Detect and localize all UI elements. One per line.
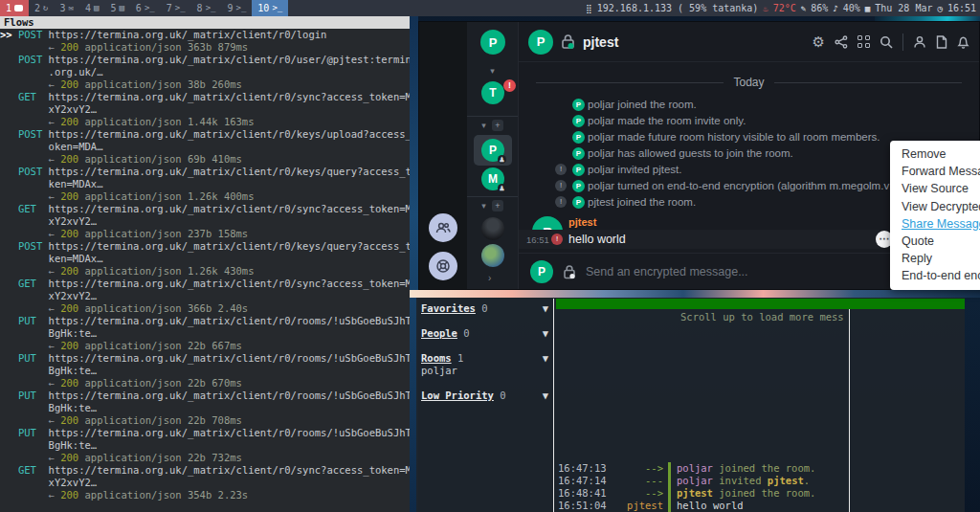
room-avatar-image-2[interactable] bbox=[481, 244, 504, 267]
menu-item-remove[interactable]: Remove bbox=[890, 145, 980, 163]
people-button[interactable] bbox=[429, 213, 457, 242]
section-count: 0 bbox=[476, 302, 488, 314]
files-icon[interactable] bbox=[936, 35, 947, 49]
response-arrow: ← bbox=[0, 190, 60, 202]
notifications-bell-icon[interactable] bbox=[957, 35, 969, 49]
members-icon[interactable] bbox=[913, 35, 926, 49]
workspace-4[interactable]: 4▤ bbox=[79, 0, 104, 16]
workspace-7[interactable]: 7>_ bbox=[161, 0, 191, 16]
response-arrow: ← bbox=[0, 153, 60, 165]
flow-row[interactable]: POST https://termina.org.uk/_matrix/clie… bbox=[0, 54, 410, 91]
flow-row[interactable]: PUT https://termina.org.uk/_matrix/clien… bbox=[0, 352, 410, 390]
share-icon[interactable] bbox=[835, 35, 848, 49]
response-arrow: ← bbox=[0, 41, 60, 53]
flow-row[interactable]: GET https://termina.org.uk/_matrix/clien… bbox=[0, 91, 410, 128]
workspace-2[interactable]: 2↻ bbox=[29, 0, 54, 16]
collapse-triangle-icon[interactable]: ▼ bbox=[543, 327, 548, 340]
collapse-triangle-icon[interactable]: ▼ bbox=[543, 302, 548, 315]
chevron-down-icon[interactable]: ▾ bbox=[481, 201, 486, 211]
chevron-right-icon[interactable]: › bbox=[488, 273, 491, 283]
terminal-icon: >_ bbox=[272, 4, 282, 12]
user-avatar[interactable]: P bbox=[480, 30, 505, 55]
roster-section-favorites[interactable]: Favorites 0▼ bbox=[421, 302, 540, 315]
settings-gear-icon[interactable]: ⚙ bbox=[813, 33, 825, 51]
flow-row[interactable]: POST https://termina.org.uk/_matrix/clie… bbox=[0, 166, 410, 203]
chevron-down-icon[interactable]: ▾ bbox=[490, 66, 495, 76]
flow-row[interactable]: PUT https://termina.org.uk/_matrix/clien… bbox=[0, 427, 410, 464]
response-status: 200 bbox=[60, 340, 78, 351]
plus-icon[interactable]: + bbox=[492, 200, 503, 211]
workspace-number: 6 bbox=[136, 3, 142, 13]
unencrypted-warning-icon: ! bbox=[555, 196, 567, 208]
room-avatar-t[interactable]: T bbox=[481, 81, 504, 104]
flow-url: https://termina.org.uk/_matrix/client/r0… bbox=[42, 464, 410, 476]
flow-method: GET bbox=[18, 91, 42, 102]
flow-row[interactable]: GET https://termina.org.uk/_matrix/clien… bbox=[0, 203, 410, 240]
log-segment: invited bbox=[713, 475, 768, 486]
flow-row[interactable]: PUT https://termina.org.uk/_matrix/clien… bbox=[0, 390, 410, 427]
flow-row[interactable]: POST https://termina.org.uk/_matrix/clie… bbox=[0, 240, 410, 278]
menu-item-view-source[interactable]: View Source bbox=[890, 180, 980, 197]
workspace-8[interactable]: 8>_ bbox=[191, 0, 222, 16]
chevron-down-icon[interactable]: ▾ bbox=[481, 121, 486, 130]
plus-icon[interactable]: + bbox=[492, 120, 503, 131]
flow-row[interactable]: GET https://termina.org.uk/_matrix/clien… bbox=[0, 278, 410, 315]
roster-section-low-priority[interactable]: Low Priority 0▼ bbox=[421, 390, 540, 402]
workspace-6[interactable]: 6>_ bbox=[130, 0, 161, 16]
message-row[interactable]: 16:51 ! hello world ⋯ bbox=[519, 230, 880, 249]
menu-item-reply[interactable]: Reply bbox=[890, 250, 980, 267]
room-avatar-p-selected[interactable]: P♟ bbox=[481, 139, 504, 162]
apps-grid-icon[interactable] bbox=[858, 35, 870, 48]
workspace-10[interactable]: 10>_ bbox=[252, 0, 288, 16]
section-label: Low Priority bbox=[421, 390, 494, 401]
flow-url-continuation: BgHk:te… bbox=[0, 439, 410, 452]
collapse-triangle-icon[interactable]: ▼ bbox=[543, 352, 548, 365]
workspace-5[interactable]: 5▤ bbox=[104, 0, 129, 16]
flow-url-continuation: BgHk:te… bbox=[0, 327, 410, 340]
status-segments: ⣿ 192.168.1.133 ( 59% tatanka) ♨ 72°C ✎ … bbox=[586, 3, 980, 13]
terminal-icon: >_ bbox=[206, 4, 216, 12]
flow-url-continuation: xY2xvY2… bbox=[0, 103, 410, 116]
community-panel bbox=[419, 22, 467, 289]
response-summary: application/json 22b 667ms bbox=[78, 340, 242, 351]
room-avatar-image-1[interactable] bbox=[481, 217, 504, 240]
response-summary: application/json 354b 2.23s bbox=[78, 489, 248, 501]
room-header-avatar[interactable]: P bbox=[528, 30, 553, 55]
menu-item-view-decrypted-source[interactable]: View Decrypted Source bbox=[890, 198, 980, 215]
section-count: 0 bbox=[457, 327, 470, 339]
search-icon[interactable] bbox=[880, 35, 893, 49]
mitmproxy-window: Flows >> POST https://termina.org.uk/_ma… bbox=[0, 16, 410, 512]
workspace-9[interactable]: 9>_ bbox=[221, 0, 252, 16]
event-avatar: P bbox=[572, 196, 585, 209]
flow-response-line: ← 200 application/json 22b 732ms bbox=[0, 452, 410, 464]
menu-item-share-message[interactable]: Share Message bbox=[890, 215, 980, 233]
flow-row[interactable]: >> POST https://termina.org.uk/_matrix/c… bbox=[0, 29, 410, 54]
menu-item-forward-message[interactable]: Forward Message bbox=[890, 163, 980, 180]
terminal-icon: >_ bbox=[236, 4, 247, 12]
roster-item[interactable]: poljar bbox=[421, 365, 457, 377]
response-summary: application/json 1.26k 400ms bbox=[78, 190, 254, 202]
roster-section-rooms[interactable]: Rooms 1▼ bbox=[421, 352, 540, 365]
roster-section-people[interactable]: People 0▼ bbox=[421, 327, 540, 340]
flow-row[interactable]: PUT https://termina.org.uk/_matrix/clien… bbox=[0, 315, 410, 352]
flow-selection-marker bbox=[0, 427, 18, 438]
flow-list: >> POST https://termina.org.uk/_matrix/c… bbox=[0, 29, 410, 501]
menu-item-end-to-end-encryption[interactable]: End-to-end encryption bbox=[890, 267, 980, 284]
menu-item-quote[interactable]: Quote bbox=[890, 233, 980, 250]
response-summary: application/json 366b 2.40s bbox=[78, 302, 248, 314]
room-avatar-m[interactable]: M♟ bbox=[481, 167, 504, 190]
flow-row[interactable]: GET https://termina.org.uk/_matrix/clien… bbox=[0, 464, 410, 501]
flow-row[interactable]: POST https://termina.org.uk/_matrix/clie… bbox=[0, 128, 410, 166]
workspace-1[interactable]: 1 bbox=[0, 0, 29, 16]
response-status: 200 bbox=[60, 414, 78, 426]
workspace-number: 7 bbox=[167, 3, 172, 13]
collapse-triangle-icon[interactable]: ▼ bbox=[543, 390, 548, 402]
workspace-3[interactable]: 3✉ bbox=[54, 0, 78, 16]
composer-input[interactable]: Send an encrypted message... bbox=[586, 265, 932, 278]
flow-method: POST bbox=[18, 240, 42, 252]
response-status: 200 bbox=[60, 452, 78, 463]
flow-response-line: ← 200 application/json 354b 2.23s bbox=[0, 489, 410, 501]
flow-selection-marker bbox=[0, 352, 18, 364]
help-button[interactable] bbox=[429, 252, 457, 280]
flow-url: https://termina.org.uk/_matrix/client/r0… bbox=[42, 352, 410, 364]
